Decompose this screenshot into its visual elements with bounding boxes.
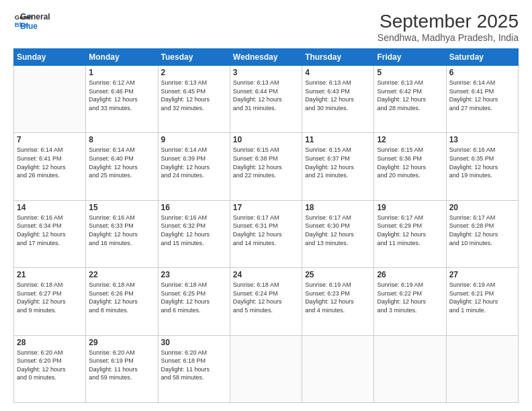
day-cell-23: 23Sunrise: 6:18 AM Sunset: 6:25 PM Dayli… [158,268,230,335]
day-number-13: 13 [449,135,515,144]
weekday-header-tuesday: Tuesday [158,49,230,66]
day-info-8: Sunrise: 6:14 AM Sunset: 6:40 PM Dayligh… [89,146,154,179]
day-cell-25: 25Sunrise: 6:19 AM Sunset: 6:23 PM Dayli… [302,268,374,335]
day-info-21: Sunrise: 6:18 AM Sunset: 6:27 PM Dayligh… [17,281,83,314]
day-cell-9: 9Sunrise: 6:14 AM Sunset: 6:39 PM Daylig… [158,133,230,200]
day-cell-12: 12Sunrise: 6:15 AM Sunset: 6:36 PM Dayli… [374,133,446,200]
day-number-28: 28 [17,338,83,347]
day-number-25: 25 [305,270,371,279]
day-cell-14: 14Sunrise: 6:16 AM Sunset: 6:34 PM Dayli… [14,200,86,267]
empty-cell [14,66,86,133]
day-cell-16: 16Sunrise: 6:16 AM Sunset: 6:32 PM Dayli… [158,200,230,267]
day-info-14: Sunrise: 6:16 AM Sunset: 6:34 PM Dayligh… [17,214,83,247]
day-number-16: 16 [161,203,227,212]
day-number-30: 30 [161,338,227,347]
day-info-11: Sunrise: 6:15 AM Sunset: 6:37 PM Dayligh… [305,146,371,179]
day-cell-13: 13Sunrise: 6:16 AM Sunset: 6:35 PM Dayli… [446,133,518,200]
day-cell-1: 1Sunrise: 6:12 AM Sunset: 6:46 PM Daylig… [86,66,158,133]
empty-cell [374,335,446,402]
day-info-16: Sunrise: 6:16 AM Sunset: 6:32 PM Dayligh… [161,214,227,247]
day-number-21: 21 [17,270,83,279]
day-info-29: Sunrise: 6:20 AM Sunset: 6:19 PM Dayligh… [89,349,154,382]
month-title: September 2025 [378,11,519,32]
day-number-9: 9 [161,135,227,144]
day-cell-15: 15Sunrise: 6:16 AM Sunset: 6:33 PM Dayli… [86,200,158,267]
day-cell-11: 11Sunrise: 6:15 AM Sunset: 6:37 PM Dayli… [302,133,374,200]
day-cell-10: 10Sunrise: 6:15 AM Sunset: 6:38 PM Dayli… [230,133,302,200]
day-number-17: 17 [233,203,299,212]
weekday-header-friday: Friday [374,49,446,66]
day-info-5: Sunrise: 6:13 AM Sunset: 6:42 PM Dayligh… [377,79,443,112]
weekday-header-wednesday: Wednesday [230,49,302,66]
location-subtitle: Sendhwa, Madhya Pradesh, India [378,32,519,43]
day-info-19: Sunrise: 6:17 AM Sunset: 6:29 PM Dayligh… [377,214,443,247]
day-info-6: Sunrise: 6:14 AM Sunset: 6:41 PM Dayligh… [449,79,515,112]
day-cell-5: 5Sunrise: 6:13 AM Sunset: 6:42 PM Daylig… [374,66,446,133]
day-info-10: Sunrise: 6:15 AM Sunset: 6:38 PM Dayligh… [233,146,299,179]
day-cell-22: 22Sunrise: 6:18 AM Sunset: 6:26 PM Dayli… [86,268,158,335]
weekday-header-sunday: Sunday [14,49,86,66]
weekday-header-saturday: Saturday [446,49,518,66]
weekday-header-thursday: Thursday [302,49,374,66]
day-number-2: 2 [161,68,227,77]
day-info-24: Sunrise: 6:18 AM Sunset: 6:24 PM Dayligh… [233,281,299,314]
day-cell-18: 18Sunrise: 6:17 AM Sunset: 6:30 PM Dayli… [302,200,374,267]
day-cell-2: 2Sunrise: 6:13 AM Sunset: 6:45 PM Daylig… [158,66,230,133]
day-number-14: 14 [17,203,83,212]
logo-text-blue: Blue [20,21,50,31]
day-cell-29: 29Sunrise: 6:20 AM Sunset: 6:19 PM Dayli… [86,335,158,402]
day-info-17: Sunrise: 6:17 AM Sunset: 6:31 PM Dayligh… [233,214,299,247]
day-number-24: 24 [233,270,299,279]
day-number-22: 22 [89,270,154,279]
title-block: September 2025 Sendhwa, Madhya Pradesh, … [378,11,519,43]
day-number-10: 10 [233,135,299,144]
day-cell-4: 4Sunrise: 6:13 AM Sunset: 6:43 PM Daylig… [302,66,374,133]
day-cell-30: 30Sunrise: 6:20 AM Sunset: 6:18 PM Dayli… [158,335,230,402]
day-number-23: 23 [161,270,227,279]
day-number-3: 3 [233,68,299,77]
logo: General Blue General Blue [13,11,50,32]
logo-text-general: General [20,12,50,21]
day-cell-21: 21Sunrise: 6:18 AM Sunset: 6:27 PM Dayli… [14,268,86,335]
day-number-4: 4 [305,68,371,77]
day-cell-20: 20Sunrise: 6:17 AM Sunset: 6:28 PM Dayli… [446,200,518,267]
day-number-19: 19 [377,203,443,212]
header: General Blue General Blue September 2025… [13,11,519,43]
day-number-26: 26 [377,270,443,279]
day-number-5: 5 [377,68,443,77]
day-info-4: Sunrise: 6:13 AM Sunset: 6:43 PM Dayligh… [305,79,371,112]
day-cell-7: 7Sunrise: 6:14 AM Sunset: 6:41 PM Daylig… [14,133,86,200]
day-info-9: Sunrise: 6:14 AM Sunset: 6:39 PM Dayligh… [161,146,227,179]
day-cell-17: 17Sunrise: 6:17 AM Sunset: 6:31 PM Dayli… [230,200,302,267]
day-number-1: 1 [89,68,154,77]
day-info-15: Sunrise: 6:16 AM Sunset: 6:33 PM Dayligh… [89,214,154,247]
day-cell-6: 6Sunrise: 6:14 AM Sunset: 6:41 PM Daylig… [446,66,518,133]
day-number-29: 29 [89,338,154,347]
day-number-18: 18 [305,203,371,212]
day-cell-24: 24Sunrise: 6:18 AM Sunset: 6:24 PM Dayli… [230,268,302,335]
day-number-7: 7 [17,135,83,144]
day-cell-27: 27Sunrise: 6:19 AM Sunset: 6:21 PM Dayli… [446,268,518,335]
day-info-27: Sunrise: 6:19 AM Sunset: 6:21 PM Dayligh… [449,281,515,314]
calendar-table: SundayMondayTuesdayWednesdayThursdayFrid… [13,48,519,403]
day-info-25: Sunrise: 6:19 AM Sunset: 6:23 PM Dayligh… [305,281,371,314]
day-number-15: 15 [89,203,154,212]
day-number-8: 8 [89,135,154,144]
empty-cell [302,335,374,402]
day-cell-19: 19Sunrise: 6:17 AM Sunset: 6:29 PM Dayli… [374,200,446,267]
day-info-3: Sunrise: 6:13 AM Sunset: 6:44 PM Dayligh… [233,79,299,112]
day-number-27: 27 [449,270,515,279]
day-number-12: 12 [377,135,443,144]
day-number-11: 11 [305,135,371,144]
day-info-26: Sunrise: 6:19 AM Sunset: 6:22 PM Dayligh… [377,281,443,314]
day-info-22: Sunrise: 6:18 AM Sunset: 6:26 PM Dayligh… [89,281,154,314]
day-cell-8: 8Sunrise: 6:14 AM Sunset: 6:40 PM Daylig… [86,133,158,200]
day-number-6: 6 [449,68,515,77]
day-info-28: Sunrise: 6:20 AM Sunset: 6:20 PM Dayligh… [17,349,83,382]
weekday-header-monday: Monday [86,49,158,66]
day-cell-26: 26Sunrise: 6:19 AM Sunset: 6:22 PM Dayli… [374,268,446,335]
day-info-13: Sunrise: 6:16 AM Sunset: 6:35 PM Dayligh… [449,146,515,179]
day-info-18: Sunrise: 6:17 AM Sunset: 6:30 PM Dayligh… [305,214,371,247]
day-info-20: Sunrise: 6:17 AM Sunset: 6:28 PM Dayligh… [449,214,515,247]
day-info-12: Sunrise: 6:15 AM Sunset: 6:36 PM Dayligh… [377,146,443,179]
